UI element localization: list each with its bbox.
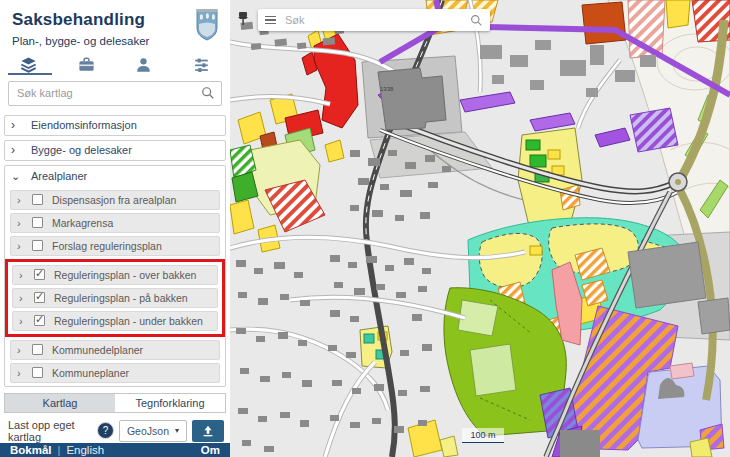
format-dropdown[interactable]: GeoJson ▾: [119, 420, 187, 442]
chevron-right-icon: ›: [19, 315, 32, 327]
footer-bar: Bokmål | English Om: [0, 443, 230, 457]
layer-row-kommunedelplaner[interactable]: › Kommunedelplaner: [10, 340, 220, 360]
chevron-right-icon: ›: [19, 292, 32, 304]
language-divider: |: [58, 444, 61, 456]
chevron-right-icon: ›: [17, 217, 30, 229]
map-pane: 1338 100 m: [230, 0, 730, 457]
section-arealplaner-header[interactable]: ⌄ Arealplaner: [5, 166, 225, 187]
layer-checkbox[interactable]: [34, 292, 45, 303]
about-link[interactable]: Om: [201, 444, 220, 456]
layer-row-reguleringsplan-over-bakken[interactable]: › Reguleringsplan - over bakken: [12, 265, 218, 285]
layer-checkbox[interactable]: [34, 269, 45, 280]
upload-button[interactable]: [192, 420, 224, 442]
layer-checkbox[interactable]: [32, 194, 43, 205]
map-pin-icon: [236, 10, 250, 26]
search-icon[interactable]: [470, 14, 483, 27]
layer-label: Reguleringsplan - under bakken: [54, 315, 203, 327]
tab-cases[interactable]: [58, 55, 116, 75]
scale-label: 100 m: [470, 430, 495, 440]
plan-number-label: 1338: [380, 86, 394, 92]
chevron-right-icon: ›: [17, 240, 30, 252]
section-label: Arealplaner: [31, 170, 87, 182]
layer-row-reguleringsplan-pa-bakken[interactable]: › Reguleringsplan - på bakken: [12, 288, 218, 308]
section-arealplaner: ⌄ Arealplaner › Dispensasjon fra arealpl…: [4, 165, 226, 387]
layers-icon: [19, 55, 38, 74]
map-search-input[interactable]: [285, 14, 470, 26]
layer-checkbox[interactable]: [34, 315, 45, 326]
search-icon: [201, 86, 215, 100]
layer-checkbox[interactable]: [32, 217, 43, 228]
chevron-right-icon: ›: [11, 119, 25, 131]
layer-label: Dispensasjon fra arealplan: [52, 194, 176, 206]
sidebar-toolbar: [0, 55, 230, 75]
layer-row-forslag-reguleringsplan[interactable]: › Forslag reguleringsplan: [10, 236, 220, 256]
layer-label: Kommunedelplaner: [52, 344, 143, 356]
sidebar-header: Saksbehandling Plan-, bygge- og delesake…: [0, 0, 230, 47]
scale-bar: 100 m: [462, 428, 504, 443]
layer-row-kommuneplaner[interactable]: › Kommuneplaner: [10, 363, 220, 383]
layer-search: [8, 81, 222, 106]
briefcase-icon: [77, 55, 96, 74]
app-window: Saksbehandling Plan-, bygge- og delesake…: [0, 0, 730, 457]
menu-icon[interactable]: [265, 16, 276, 25]
bottom-tabs: Kartlag Tegnforklaring: [4, 393, 226, 413]
caret-down-icon: ▾: [175, 426, 179, 435]
layer-row-reguleringsplan-under-bakken[interactable]: › Reguleringsplan - under bakken: [12, 311, 218, 331]
layer-label: Reguleringsplan - over bakken: [54, 269, 196, 281]
tab-filters[interactable]: [173, 55, 231, 75]
help-button[interactable]: ?: [97, 422, 114, 439]
section-label: Eiendomsinformasjon: [31, 119, 137, 131]
layer-row-markagrensa[interactable]: › Markagrensa: [10, 213, 220, 233]
highlight-box: › Reguleringsplan - over bakken › Regule…: [5, 259, 225, 337]
municipality-crest-icon: [194, 6, 220, 42]
map-canvas[interactable]: 1338: [230, 0, 730, 457]
chevron-right-icon: ›: [19, 269, 32, 281]
layer-row-dispensasjon[interactable]: › Dispensasjon fra arealplan: [10, 190, 220, 210]
chevron-right-icon: ›: [11, 144, 25, 156]
sliders-icon: [192, 55, 211, 74]
tab-tegnforklaring[interactable]: Tegnforklaring: [115, 393, 226, 413]
section-bygge-og-delesaker[interactable]: › Bygge- og delesaker: [4, 140, 226, 161]
layer-checkbox[interactable]: [32, 367, 43, 378]
chevron-right-icon: ›: [17, 344, 30, 356]
layer-checkbox[interactable]: [32, 344, 43, 355]
format-selected-value: GeoJson: [127, 425, 169, 437]
layer-search-input[interactable]: [8, 81, 222, 106]
person-icon: [134, 55, 153, 74]
layer-label: Reguleringsplan - på bakken: [54, 292, 188, 304]
layer-label: Markagrensa: [52, 217, 113, 229]
chevron-down-icon: ⌄: [11, 170, 25, 183]
language-bokmal[interactable]: Bokmål: [10, 444, 52, 456]
language-english[interactable]: English: [66, 444, 104, 456]
upload-row: Last opp eget kartlag ? GeoJson ▾: [8, 419, 224, 443]
active-tab-underline: [8, 73, 52, 75]
layer-label: Forslag reguleringsplan: [52, 240, 162, 252]
section-label: Bygge- og delesaker: [31, 144, 132, 156]
upload-label: Last opp eget kartlag: [8, 419, 92, 443]
section-eiendomsinformasjon[interactable]: › Eiendomsinformasjon: [4, 115, 226, 136]
upload-icon: [201, 424, 215, 438]
chevron-right-icon: ›: [17, 367, 30, 379]
layer-label: Kommuneplaner: [52, 367, 129, 379]
layer-checkbox[interactable]: [32, 240, 43, 251]
app-subtitle: Plan-, bygge- og delesaker: [12, 35, 220, 47]
tab-kartlag[interactable]: Kartlag: [4, 393, 115, 413]
tab-user[interactable]: [115, 55, 173, 75]
chevron-right-icon: ›: [17, 194, 30, 206]
map-search-bar: [258, 9, 490, 31]
layer-sections: › Eiendomsinformasjon › Bygge- og delesa…: [0, 111, 230, 387]
sidebar: Saksbehandling Plan-, bygge- og delesake…: [0, 0, 230, 457]
app-title: Saksbehandling: [12, 10, 220, 30]
